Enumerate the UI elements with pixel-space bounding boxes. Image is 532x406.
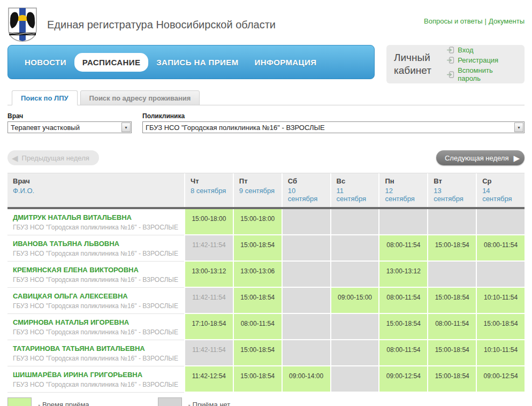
nav-item-1[interactable]: РАСПИСАНИЕ [74, 53, 148, 72]
tab-search-by-lpu[interactable]: Поиск по ЛПУ [12, 90, 78, 105]
day-abbr: Пт [239, 177, 276, 185]
day-date-link[interactable]: 9 сентября [239, 187, 276, 195]
schedule-cell[interactable]: 08:00-11:54 [427, 314, 476, 340]
schedule-cell[interactable]: 09:00-14:00 [282, 366, 330, 393]
schedule-cell[interactable]: 09:00-12:54 [378, 366, 427, 393]
schedule-cell[interactable]: 15:00-18:54 [378, 314, 427, 340]
schedule-cell[interactable]: 08:00-11:54 [233, 314, 282, 340]
day-date-link[interactable]: 13 сентября [434, 187, 470, 203]
table-row: ТАТАРИНОВА ТАТЬЯНА ВИТАЛЬЕВНАГБУЗ НСО "Г… [7, 340, 525, 366]
doctor-name-link[interactable]: КРЕМЯНСКАЯ ЕЛЕНА ВИКТОРОВНА [13, 266, 181, 274]
cabinet-link-1[interactable]: Регистрация [447, 56, 517, 64]
link-questions-answers[interactable]: Вопросы и ответы [424, 17, 482, 25]
schedule-cell[interactable]: 08:00-11:54 [378, 235, 427, 262]
link-documents[interactable]: Документы [489, 17, 525, 25]
doctor-name-link[interactable]: ИВАНОВА ТАТЬЯНА ЛЬВОВНА [13, 240, 181, 248]
day-column-header-6: Ср14 сентября [476, 173, 525, 207]
schedule-cell[interactable]: 15:00-18:00 [233, 209, 282, 235]
day-date-link[interactable]: 8 сентября [191, 187, 227, 195]
login-icon [447, 71, 454, 78]
nav-item-0[interactable]: НОВОСТИ [17, 53, 74, 72]
nav-item-3[interactable]: ИНФОРМАЦИЯ [247, 53, 325, 72]
day-abbr: Ср [482, 177, 519, 185]
day-date-link[interactable]: 11 сентября [337, 187, 374, 203]
previous-week-button[interactable]: ◀ Предыдущая неделя [7, 150, 99, 165]
cabinet-link-label: Вспомнить пароль [458, 66, 517, 82]
doctor-organization: ГБУЗ НСО "Городская поликлиника №16" - В… [13, 250, 181, 257]
schedule-cell [378, 209, 427, 235]
schedule-cell[interactable]: 08:00-11:54 [378, 340, 427, 366]
legend-none-label: - Приёма нет [188, 401, 231, 406]
doctor-cell: СМИРНОВА НАТАЛЬЯ ИГОРЕВНАГБУЗ НСО "Город… [7, 314, 184, 340]
day-column-header-3: Вс11 сентября [330, 173, 379, 207]
schedule-cell[interactable]: 09:00-15:00 [330, 288, 379, 314]
doctor-name-link[interactable]: ДМИТРУК НАТАЛЬЯ ВИТАЛЬЕВНА [13, 213, 181, 221]
arrow-left-icon: ◀ [12, 154, 18, 162]
nav-row: НОВОСТИРАСПИСАНИЕЗАПИСЬ НА ПРИЕМИНФОРМАЦ… [7, 45, 525, 83]
nav-item-2[interactable]: ЗАПИСЬ НА ПРИЕМ [148, 53, 246, 72]
doctor-cell: ТАТАРИНОВА ТАТЬЯНА ВИТАЛЬЕВНАГБУЗ НСО "Г… [7, 340, 184, 366]
cabinet-link-0[interactable]: Вход [447, 46, 517, 54]
clinic-select-value: ГБУЗ НСО "Городская поликлиника №16" - В… [146, 124, 325, 132]
schedule-cell[interactable]: 08:00-11:54 [378, 288, 427, 314]
schedule-cell[interactable]: 13:00-13:12 [184, 262, 233, 288]
legend: - Время приёма - Приёма нет [7, 397, 525, 406]
schedule-cell [282, 314, 330, 340]
next-week-button[interactable]: Следующая неделя ▶ [436, 150, 525, 165]
day-date-link[interactable]: 12 сентября [385, 187, 422, 203]
schedule-cell[interactable]: 17:10-18:54 [184, 314, 233, 340]
schedule-cell[interactable]: 10:10-11:54 [476, 288, 525, 314]
table-row: ДМИТРУК НАТАЛЬЯ ВИТАЛЬЕВНАГБУЗ НСО "Горо… [7, 209, 525, 235]
login-icon [447, 47, 454, 53]
chevron-down-icon[interactable]: ▼ [121, 122, 131, 132]
cabinet-link-label: Вход [458, 46, 473, 54]
schedule-cell[interactable]: 10:10-11:54 [476, 340, 525, 366]
tab-search-by-address[interactable]: Поиск по адресу проживания [80, 90, 200, 105]
table-row: ШИШМАРЁВА ИРИНА ГРИГОРЬЕВНАГБУЗ НСО "Гор… [7, 366, 525, 393]
schedule-cell[interactable]: 15:00-18:54 [233, 288, 282, 314]
schedule-cell [330, 366, 379, 393]
page: Единая регистратура Новосибирской област… [0, 0, 532, 406]
next-week-label: Следующая неделя [445, 154, 508, 162]
schedule-cell[interactable]: 15:00-18:54 [476, 314, 525, 340]
schedule-cell [476, 209, 525, 235]
schedule-cell[interactable]: 09:00-12:54 [476, 366, 525, 393]
doctor-name-link[interactable]: СМИРНОВА НАТАЛЬЯ ИГОРЕВНА [13, 318, 181, 326]
chevron-down-icon[interactable]: ▼ [514, 122, 523, 132]
day-abbr: Вс [337, 177, 374, 185]
doctor-name-link[interactable]: САВИЦКАЯ ОЛЬГА АЛЕКСЕЕВНА [13, 292, 181, 300]
schedule-cell[interactable]: 15:00-18:54 [427, 235, 476, 262]
day-column-header-4: Пн12 сентября [378, 173, 427, 207]
doctor-select-value: Терапевт участковый [11, 124, 80, 132]
doctor-cell: КРЕМЯНСКАЯ ЕЛЕНА ВИКТОРОВНАГБУЗ НСО "Гор… [7, 262, 184, 288]
schedule-cell[interactable]: 15:00-18:54 [233, 340, 282, 366]
clinic-select[interactable]: ГБУЗ НСО "Городская поликлиника №16" - В… [142, 121, 525, 133]
legend-work-swatch [7, 397, 32, 406]
schedule-cell[interactable]: 15:00-18:54 [427, 340, 476, 366]
header-links: Вопросы и ответы|Документы [424, 17, 525, 25]
day-date-link[interactable]: 14 сентября [482, 187, 519, 203]
main-nav: НОВОСТИРАСПИСАНИЕЗАПИСЬ НА ПРИЕМИНФОРМАЦ… [7, 45, 375, 79]
novosibirsk-coat-of-arms-logo[interactable] [7, 7, 37, 42]
schedule-cell[interactable]: 15:00-18:00 [184, 209, 233, 235]
day-column-header-0: Чт8 сентября [184, 173, 233, 207]
clinic-select-label: Поликлиника [142, 112, 525, 120]
schedule-cell[interactable]: 13:00-13:06 [233, 262, 282, 288]
schedule-cell[interactable]: 15:00-18:54 [233, 366, 282, 393]
links-separator: | [485, 17, 487, 25]
doctor-organization: ГБУЗ НСО "Городская поликлиника №16" - В… [13, 381, 181, 388]
schedule-cell[interactable]: 15:00-18:54 [427, 288, 476, 314]
day-date-link[interactable]: 10 сентября [288, 187, 325, 203]
cabinet-link-2[interactable]: Вспомнить пароль [447, 66, 517, 82]
schedule-cell[interactable]: 15:00-18:54 [233, 235, 282, 262]
day-column-header-1: Пт9 сентября [233, 173, 282, 207]
schedule-cell[interactable]: 15:00-18:54 [427, 366, 476, 393]
schedule-cell[interactable]: 11:42-12:54 [184, 366, 233, 393]
doctor-header-fio-link[interactable]: Ф.И.О. [13, 187, 179, 195]
schedule-cell [330, 235, 379, 262]
schedule-cell[interactable]: 08:00-11:54 [476, 235, 525, 262]
doctor-select[interactable]: Терапевт участковый ▼ [7, 121, 132, 133]
doctor-name-link[interactable]: ШИШМАРЁВА ИРИНА ГРИГОРЬЕВНА [13, 371, 181, 379]
doctor-name-link[interactable]: ТАТАРИНОВА ТАТЬЯНА ВИТАЛЬЕВНА [13, 344, 181, 353]
schedule-cell[interactable]: 13:00-13:12 [378, 262, 427, 288]
